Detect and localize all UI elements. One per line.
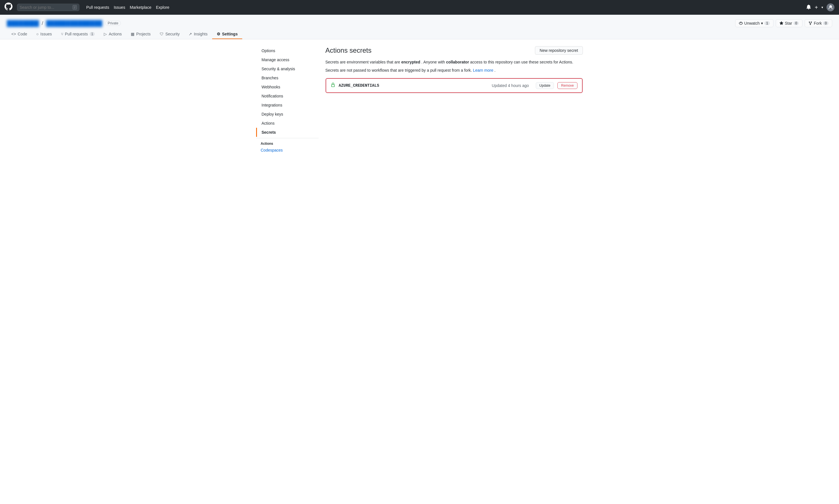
- marketplace-nav-link[interactable]: Marketplace: [130, 5, 151, 10]
- security-tab-icon: 🛡: [160, 32, 164, 36]
- repo-meta: ████████ / ██████████████ Private Unwatc…: [7, 19, 832, 27]
- create-dropdown-icon[interactable]: ▾: [821, 5, 823, 10]
- secrets-list: AZURE_CREDENTIALS Updated 4 hours ago Up…: [325, 78, 583, 93]
- star-count: 0: [794, 21, 799, 25]
- projects-tab-icon: ▦: [131, 32, 134, 36]
- secret-name: AZURE_CREDENTIALS: [339, 83, 489, 88]
- sidebar-item-manage-access[interactable]: Manage access: [256, 55, 319, 64]
- tab-actions-label: Actions: [109, 32, 122, 36]
- main-content: Options Manage access Security & analysi…: [249, 46, 590, 154]
- top-nav-links: Pull requests Issues Marketplace Explore: [86, 5, 169, 10]
- fork-button[interactable]: Fork 0: [805, 19, 832, 27]
- tab-projects-label: Projects: [136, 32, 151, 36]
- sidebar-item-notifications[interactable]: Notifications: [256, 91, 319, 101]
- issues-nav-link[interactable]: Issues: [114, 5, 125, 10]
- tab-issues-label: Issues: [40, 32, 52, 36]
- star-button[interactable]: Star 0: [776, 19, 802, 27]
- page-title: Actions secrets: [325, 47, 372, 54]
- encrypted-bold: encrypted: [401, 60, 421, 64]
- star-label: Star: [785, 21, 792, 25]
- pull-requests-badge: 1: [90, 32, 95, 36]
- sidebar-item-actions[interactable]: Actions: [256, 119, 319, 128]
- repo-org-name[interactable]: ████████: [7, 20, 39, 26]
- tab-issues[interactable]: ○ Issues: [32, 30, 56, 39]
- sidebar-divider: [256, 138, 319, 138]
- issues-tab-icon: ○: [36, 32, 38, 36]
- description-line-2: Secrets are not passed to workflows that…: [325, 68, 583, 73]
- user-avatar[interactable]: [826, 3, 835, 11]
- insights-tab-icon: ↗: [189, 32, 192, 36]
- collaborator-bold: collaborator: [446, 60, 469, 64]
- unwatch-count: 1: [765, 21, 770, 25]
- sidebar-item-webhooks[interactable]: Webhooks: [256, 83, 319, 91]
- sidebar-item-deploy-keys[interactable]: Deploy keys: [256, 110, 319, 119]
- search-input[interactable]: [20, 5, 70, 10]
- explore-nav-link[interactable]: Explore: [156, 5, 169, 10]
- tab-code[interactable]: <> Code: [7, 30, 32, 39]
- lock-icon: [331, 83, 335, 88]
- repo-actions: Unwatch ▾ 1 Star 0 Fork 0: [735, 19, 832, 27]
- remove-secret-button[interactable]: Remove: [557, 82, 578, 89]
- sidebar-item-options[interactable]: Options: [256, 46, 319, 55]
- tab-security-label: Security: [165, 32, 180, 36]
- sidebar-item-secrets[interactable]: Secrets: [256, 128, 319, 137]
- tab-settings[interactable]: ⚙ Settings: [212, 30, 242, 39]
- unwatch-button[interactable]: Unwatch ▾ 1: [735, 19, 773, 27]
- repo-header: ████████ / ██████████████ Private Unwatc…: [0, 15, 839, 39]
- tab-actions[interactable]: ▷ Actions: [99, 30, 126, 39]
- description-line-1: Secrets are environment variables that a…: [325, 59, 583, 65]
- search-box[interactable]: /: [17, 4, 80, 11]
- pull-requests-tab-icon: ⑂: [61, 32, 63, 36]
- new-repository-secret-button[interactable]: New repository secret: [535, 46, 583, 55]
- actions-tab-icon: ▷: [104, 32, 107, 36]
- sidebar-item-security-analysis[interactable]: Security & analysis: [256, 64, 319, 73]
- content-area: Actions secrets New repository secret Se…: [325, 46, 583, 154]
- sidebar-codespaces-link[interactable]: Codespaces: [256, 147, 319, 154]
- tab-insights-label: Insights: [194, 32, 207, 36]
- top-nav-right: + ▾: [806, 3, 835, 11]
- pull-requests-nav-link[interactable]: Pull requests: [86, 5, 109, 10]
- update-secret-button[interactable]: Update: [536, 82, 554, 89]
- tab-projects[interactable]: ▦ Projects: [126, 30, 155, 39]
- tab-security[interactable]: 🛡 Security: [155, 30, 184, 39]
- top-navigation: / Pull requests Issues Marketplace Explo…: [0, 0, 839, 15]
- repo-tabs: <> Code ○ Issues ⑂ Pull requests 1 ▷ Act…: [7, 30, 832, 39]
- repo-name[interactable]: ██████████████: [46, 20, 102, 26]
- tab-settings-label: Settings: [222, 32, 238, 36]
- create-new-icon[interactable]: +: [815, 4, 818, 11]
- content-header: Actions secrets New repository secret: [325, 46, 583, 55]
- sidebar-section-header: Actions: [256, 139, 319, 147]
- search-slash: /: [73, 5, 77, 10]
- tab-insights[interactable]: ↗ Insights: [184, 30, 212, 39]
- sidebar-item-branches[interactable]: Branches: [256, 73, 319, 83]
- fork-count: 0: [823, 21, 828, 25]
- tab-code-label: Code: [18, 32, 27, 36]
- unwatch-label: Unwatch: [744, 21, 759, 25]
- secret-updated-time: Updated 4 hours ago: [492, 83, 529, 88]
- fork-label: Fork: [814, 21, 822, 25]
- notifications-bell-icon[interactable]: [806, 4, 811, 11]
- sidebar-item-integrations[interactable]: Integrations: [256, 101, 319, 110]
- secret-row: AZURE_CREDENTIALS Updated 4 hours ago Up…: [326, 78, 583, 93]
- settings-sidebar: Options Manage access Security & analysi…: [256, 46, 319, 154]
- tab-pull-requests[interactable]: ⑂ Pull requests 1: [56, 30, 100, 39]
- tab-pull-requests-label: Pull requests: [65, 32, 88, 36]
- code-tab-icon: <>: [11, 32, 16, 36]
- repo-visibility-badge: Private: [105, 21, 121, 26]
- repo-separator: /: [42, 20, 43, 26]
- settings-tab-icon: ⚙: [217, 32, 220, 36]
- unwatch-dropdown-icon: ▾: [761, 21, 763, 25]
- learn-more-link[interactable]: Learn more: [473, 68, 494, 73]
- github-logo-icon[interactable]: [4, 3, 13, 12]
